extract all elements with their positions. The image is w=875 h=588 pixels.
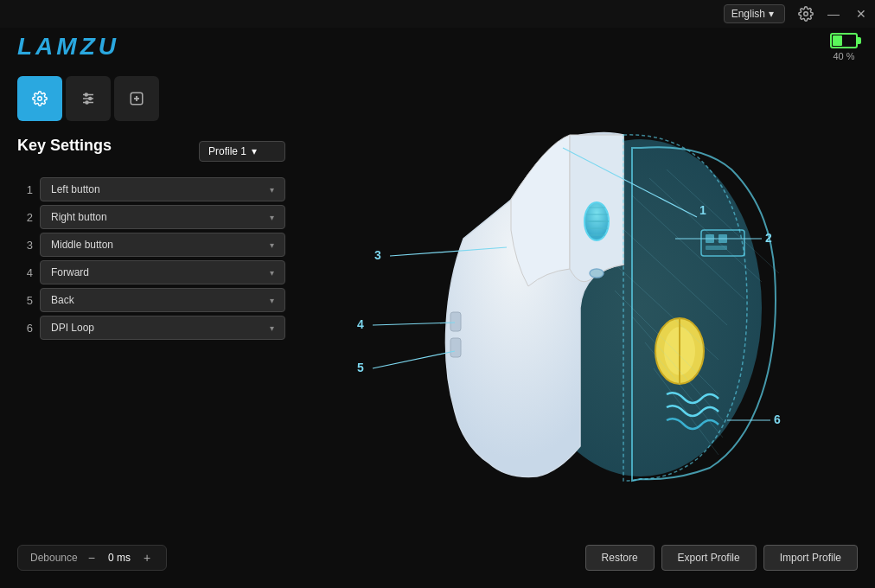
svg-text:6: 6	[774, 412, 781, 426]
key-button-4[interactable]: Forward ▾	[40, 260, 285, 284]
key-label: Left button	[51, 183, 100, 195]
settings-button[interactable]	[792, 0, 820, 28]
svg-line-46	[373, 351, 455, 368]
key-label: Right button	[51, 211, 107, 223]
mouse-illustration: 1 2 3 4 5 6	[338, 57, 822, 507]
key-button-6[interactable]: DPI Loop ▾	[40, 316, 285, 340]
language-selector[interactable]: English ▾	[724, 4, 785, 23]
svg-text:3: 3	[374, 248, 381, 262]
import-profile-button[interactable]: Import Profile	[763, 545, 858, 571]
chevron-down-icon: ▾	[270, 185, 274, 195]
chevron-down-icon: ▾	[270, 323, 274, 333]
chevron-down-icon: ▾	[769, 8, 774, 20]
key-row: 4 Forward ▾	[17, 260, 285, 284]
debounce-label: Debounce	[30, 552, 78, 564]
section-title: Key Settings	[17, 137, 112, 155]
tab-add-profile[interactable]	[114, 76, 159, 121]
chevron-down-icon: ▾	[270, 240, 274, 250]
key-label: Back	[51, 294, 74, 306]
key-number: 1	[17, 183, 33, 196]
key-button-2[interactable]: Right button ▾	[40, 205, 285, 229]
svg-rect-36	[450, 338, 461, 357]
key-row: 6 DPI Loop ▾	[17, 316, 285, 340]
app-logo: LAMZU	[17, 33, 119, 61]
tab-performance[interactable]	[66, 76, 111, 121]
title-bar: English ▾ — ✕	[0, 0, 875, 28]
svg-point-1	[38, 97, 42, 101]
key-row: 2 Right button ▾	[17, 205, 285, 229]
svg-point-5	[85, 93, 87, 96]
tab-key-settings[interactable]	[17, 76, 62, 121]
key-number: 2	[17, 211, 33, 224]
key-button-1[interactable]: Left button ▾	[40, 177, 285, 201]
debounce-minus-button[interactable]: −	[85, 551, 99, 565]
close-icon: ✕	[856, 7, 866, 21]
bottom-bar: Restore Export Profile Import Profile	[585, 545, 858, 571]
svg-text:1: 1	[699, 203, 706, 217]
chevron-down-icon: ▾	[270, 296, 274, 305]
key-row: 5 Back ▾	[17, 288, 285, 312]
profile-chevron-icon: ▾	[252, 145, 257, 157]
key-number: 3	[17, 239, 33, 252]
chevron-down-icon: ▾	[270, 213, 274, 222]
key-button-5[interactable]: Back ▾	[40, 288, 285, 312]
restore-button[interactable]: Restore	[585, 545, 655, 571]
key-label: Middle button	[51, 239, 113, 251]
key-row: 1 Left button ▾	[17, 177, 285, 201]
debounce-value: 0 ms	[105, 552, 133, 564]
mouse-area: 1 2 3 4 5 6	[285, 28, 875, 536]
chevron-down-icon: ▾	[270, 268, 274, 278]
language-label: English	[731, 8, 765, 20]
svg-line-44	[373, 323, 455, 325]
key-number: 6	[17, 322, 33, 335]
svg-point-6	[89, 98, 92, 100]
key-label: Forward	[51, 266, 89, 278]
minimize-icon: —	[827, 7, 840, 21]
tab-bar	[17, 76, 159, 121]
key-label: DPI Loop	[51, 322, 94, 334]
svg-point-37	[590, 269, 604, 278]
svg-rect-35	[450, 312, 461, 331]
svg-text:4: 4	[357, 317, 364, 331]
key-list: 1 Left button ▾ 2 Right button ▾ 3 Middl…	[17, 177, 285, 340]
debounce-plus-button[interactable]: +	[140, 551, 154, 565]
key-number: 5	[17, 294, 33, 307]
key-row: 3 Middle button ▾	[17, 233, 285, 257]
svg-text:2: 2	[765, 231, 772, 245]
svg-rect-18	[706, 246, 727, 250]
profile-label: Profile 1	[208, 145, 246, 157]
svg-text:5: 5	[357, 361, 364, 374]
left-panel: Key Settings Profile 1 ▾ 1 Left button ▾…	[17, 137, 285, 340]
export-profile-button[interactable]: Export Profile	[661, 545, 757, 571]
key-number: 4	[17, 266, 33, 279]
svg-point-7	[86, 101, 88, 104]
svg-point-0	[804, 12, 808, 16]
debounce-row: Debounce − 0 ms +	[17, 545, 167, 571]
close-button[interactable]: ✕	[847, 0, 875, 28]
minimize-button[interactable]: —	[820, 0, 847, 28]
key-button-3[interactable]: Middle button ▾	[40, 233, 285, 257]
profile-select[interactable]: Profile 1 ▾	[199, 141, 285, 162]
